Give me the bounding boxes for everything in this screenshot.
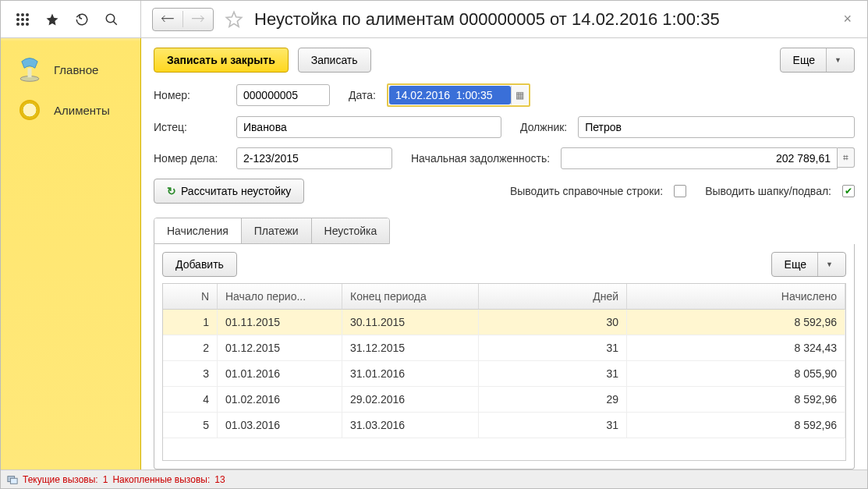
close-icon[interactable]: × — [838, 11, 856, 27]
debtor-field[interactable] — [578, 116, 855, 138]
svg-point-0 — [16, 13, 19, 16]
save-close-button[interactable]: Записать и закрыть — [154, 48, 289, 73]
ref-lines-label: Выводить справочные строки: — [510, 185, 663, 197]
sidebar: Главное Алименты — [1, 38, 141, 470]
lamp-icon — [16, 56, 43, 83]
refresh-icon — [167, 185, 176, 197]
star-icon[interactable] — [44, 12, 60, 27]
nav-forward[interactable]: 🡒 — [182, 11, 213, 27]
coin-icon — [16, 97, 43, 123]
calendar-icon[interactable]: ▦ — [511, 86, 528, 105]
calc-button[interactable]: Рассчитать неустойку — [154, 179, 304, 204]
svg-point-1 — [21, 13, 24, 16]
status-accum-label: Накопленные вызовы: — [112, 474, 210, 485]
page-title: Неустойка по алиментам 000000005 от 14.0… — [254, 9, 829, 30]
number-label: Номер: — [154, 89, 225, 101]
col-end[interactable]: Конец периода — [342, 284, 479, 310]
status-current-label: Текущие вызовы: — [23, 474, 98, 485]
ref-lines-checkbox[interactable] — [674, 185, 686, 197]
debtor-label: Должник: — [520, 121, 567, 133]
svg-point-4 — [21, 18, 24, 21]
history-icon[interactable] — [74, 12, 90, 27]
add-button[interactable]: Добавить — [162, 252, 237, 277]
nav-buttons: 🡐 🡒 — [152, 8, 214, 31]
svg-point-3 — [16, 18, 19, 21]
tab-accruals[interactable]: Начисления — [154, 218, 242, 244]
plaintiff-field[interactable] — [236, 116, 501, 138]
apps-icon[interactable] — [15, 12, 30, 27]
svg-point-7 — [21, 23, 24, 26]
date-label: Дата: — [349, 89, 376, 101]
col-n[interactable]: N — [163, 284, 218, 310]
case-label: Номер дела: — [154, 152, 225, 165]
sidebar-item-label: Алименты — [54, 104, 110, 117]
calc-button-label: Рассчитать неустойку — [181, 185, 291, 197]
tab-penalty[interactable]: Неустойка — [312, 218, 390, 243]
header-footer-checkbox[interactable]: ✔ — [842, 185, 855, 197]
sidebar-item-label: Главное — [54, 63, 98, 76]
svg-rect-15 — [10, 478, 17, 484]
svg-point-6 — [16, 23, 19, 26]
svg-point-5 — [26, 18, 29, 21]
svg-point-9 — [106, 14, 115, 23]
initial-debt-field[interactable] — [561, 147, 838, 169]
status-current: 1 — [103, 474, 108, 485]
table-row[interactable]: 2 01.12.2015 31.12.2015 31 8 324,43 — [163, 335, 845, 361]
save-button[interactable]: Записать — [298, 48, 371, 73]
tab-payments[interactable]: Платежи — [242, 218, 312, 243]
status-icon — [7, 474, 18, 485]
calculator-icon[interactable]: ⌗ — [838, 147, 855, 168]
table-row[interactable]: 4 01.02.2016 29.02.2016 29 8 592,96 — [163, 387, 845, 413]
table-more-button[interactable]: Еще — [771, 252, 846, 277]
initial-debt-label: Начальная задолженность: — [411, 152, 550, 165]
favorite-toggle-icon[interactable] — [223, 9, 245, 30]
svg-point-2 — [26, 13, 29, 16]
search-icon[interactable] — [104, 12, 119, 27]
date-field[interactable] — [389, 86, 511, 105]
status-bar: Текущие вызовы: 1 Накопленные вызовы: 13 — [1, 470, 867, 488]
table-row[interactable]: 5 01.03.2016 31.03.2016 31 8 592,96 — [163, 413, 845, 438]
status-accum: 13 — [214, 474, 225, 485]
svg-rect-11 — [27, 68, 31, 77]
tab-bar: Начисления Платежи Неустойка — [154, 218, 390, 244]
svg-point-13 — [23, 103, 37, 117]
svg-point-8 — [26, 23, 29, 26]
case-field[interactable] — [236, 147, 392, 169]
date-field-wrap: ▦ — [387, 83, 530, 107]
col-amount[interactable]: Начислено — [627, 284, 845, 310]
sidebar-item-alimony[interactable]: Алименты — [1, 90, 140, 130]
plaintiff-label: Истец: — [154, 121, 225, 133]
sidebar-item-main[interactable]: Главное — [1, 49, 140, 90]
more-button[interactable]: Еще — [780, 48, 855, 73]
number-field[interactable] — [236, 84, 330, 106]
col-start[interactable]: Начало перио... — [218, 284, 342, 310]
table-row[interactable]: 3 01.01.2016 31.01.2016 31 8 055,90 — [163, 361, 845, 387]
accruals-table: N Начало перио... Конец периода Дней Нач… — [162, 283, 846, 461]
col-days[interactable]: Дней — [479, 284, 627, 310]
nav-back[interactable]: 🡐 — [153, 11, 182, 27]
table-row[interactable]: 1 01.11.2015 30.11.2015 30 8 592,96 — [163, 310, 845, 335]
header-footer-label: Выводить шапку/подвал: — [705, 185, 831, 197]
